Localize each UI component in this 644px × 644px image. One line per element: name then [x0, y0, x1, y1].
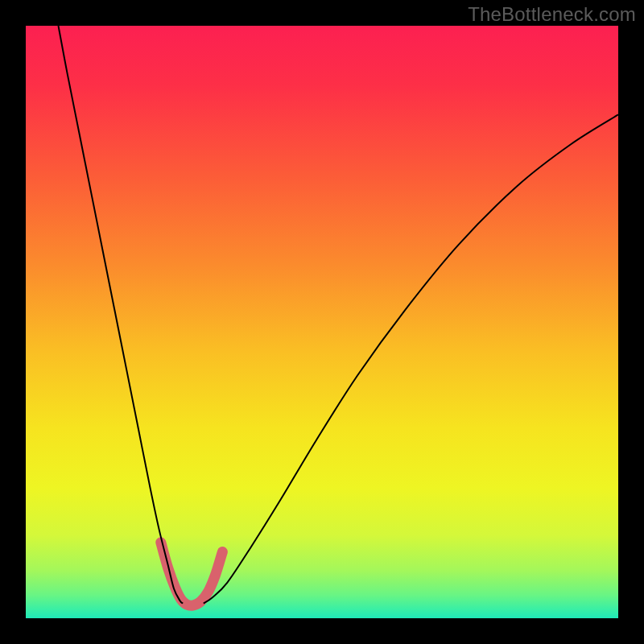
chart-frame: TheBottleneck.com [0, 0, 644, 644]
curve-layer [26, 26, 618, 618]
right-limb-curve [204, 114, 618, 603]
left-limb-curve [58, 26, 183, 604]
watermark-text: TheBottleneck.com [468, 3, 636, 26]
plot-area [26, 26, 618, 618]
